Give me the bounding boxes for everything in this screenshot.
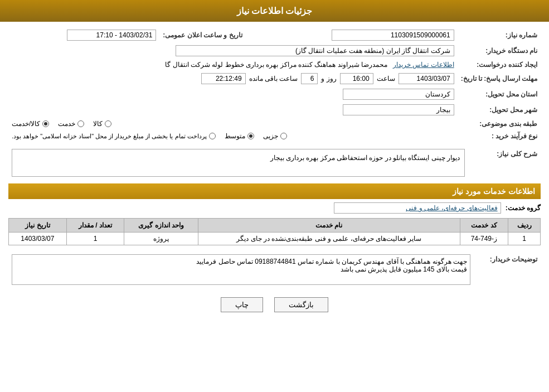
- group-value: فعالیت‌های حرفه‌ای، علمی و فنی: [334, 202, 501, 214]
- city-input: بیجار: [343, 104, 454, 115]
- info-table: شماره نیاز: 1103091509000061 تاریخ و ساع…: [8, 27, 541, 142]
- org-name-value: شرکت انتقال گاز ایران (منطقه هفت عملیات …: [8, 43, 458, 59]
- category-radio-kala-khedmat: [42, 120, 49, 127]
- need-number-label: شماره نیاز:: [458, 27, 541, 43]
- category-option-khedmat[interactable]: خدمت: [58, 120, 84, 128]
- col-date: تاریخ نیاز: [9, 219, 67, 233]
- province-label: استان محل تحویل:: [458, 86, 541, 102]
- purchase-type-option-medium[interactable]: متوسط: [225, 132, 254, 140]
- province-value: کردستان: [8, 86, 458, 102]
- org-name-row: نام دستگاه خریدار: شرکت انتقال گاز ایران…: [8, 43, 541, 59]
- purchase-type-radio-group: پرداخت تمام یا بخشی از مبلغ خریدار از مح…: [12, 132, 454, 140]
- services-table-header: ردیف کد خدمت نام خدمت واحد اندازه گیری ت…: [9, 219, 541, 233]
- buyer-notes-cell: [8, 252, 474, 289]
- purchase-label-bond: پرداخت تمام یا بخشی از مبلغ خریدار از مح…: [12, 133, 207, 140]
- city-label: شهر محل تحویل:: [458, 102, 541, 118]
- buyer-notes-label: توضیحات خریدار:: [474, 252, 541, 289]
- category-radio-group: کالا/خدمت خدمت کالا: [12, 120, 454, 128]
- need-description-text: دیوار چینی ایستگاه بیانلو در حوزه استحفا…: [270, 154, 460, 162]
- category-label: طبقه بندی موضوعی:: [458, 118, 541, 130]
- services-header-row: ردیف کد خدمت نام خدمت واحد اندازه گیری ت…: [9, 219, 541, 233]
- category-radio-kala: [105, 120, 111, 127]
- reply-days-display: 6: [301, 73, 318, 84]
- creator-value: اطلاعات تماس خریدار محمدرضا شیراوند هماه…: [8, 59, 458, 71]
- public-date-label: تاریخ و ساعت اعلان عمومی:: [159, 27, 253, 43]
- purchase-type-row: نوع فرآیند خرید : پرداخت تمام یا بخشی از…: [8, 130, 541, 142]
- category-label-khedmat: خدمت: [58, 120, 75, 128]
- page-title: جزئیات اطلاعات نیاز: [237, 6, 313, 16]
- creator-row: ایجاد کننده درخواست: اطلاعات تماس خریدار…: [8, 59, 541, 71]
- content-area: شماره نیاز: 1103091509000061 تاریخ و ساع…: [0, 22, 549, 326]
- category-label-kala: کالا: [93, 120, 103, 128]
- buyer-notes-table: توضیحات خریدار:: [8, 252, 541, 289]
- table-row: 1ز-749-74سایر فعالیت‌های حرفه‌ای، علمی و…: [9, 233, 541, 245]
- services-section-header: اطلاعات خدمات مورد نیاز: [8, 183, 541, 199]
- page-header: جزئیات اطلاعات نیاز: [0, 0, 549, 22]
- category-radio-khedmat: [77, 120, 84, 127]
- province-row: استان محل تحویل: کردستان: [8, 86, 541, 102]
- bottom-buttons: بازگشت چاپ: [8, 297, 541, 312]
- reply-remaining-label: ساعت باقی مانده: [249, 75, 298, 83]
- purchase-radio-medium: [247, 133, 254, 139]
- public-date-input: 1403/02/31 - 17:10: [67, 30, 156, 41]
- need-number-row: شماره نیاز: 1103091509000061 تاریخ و ساع…: [8, 27, 541, 43]
- reply-deadline-row: مهلت ارسال پاسخ: تا تاریخ: 22:12:49 ساعت…: [8, 71, 541, 86]
- need-description-label: شرح کلی نیاز:: [468, 147, 541, 179]
- col-rownum: ردیف: [508, 219, 541, 233]
- creator-label: ایجاد کننده درخواست:: [458, 59, 541, 71]
- category-option-kala[interactable]: کالا: [93, 120, 111, 128]
- need-description-row: شرح کلی نیاز: دیوار چینی ایستگاه بیانلو …: [8, 147, 541, 179]
- print-button[interactable]: چاپ: [221, 297, 263, 312]
- col-qty: تعداد / مقدار: [66, 219, 124, 233]
- reply-deadline-value: 22:12:49 ساعت باقی مانده 6 روز و 16:00 س…: [8, 71, 458, 86]
- need-number-input: 1103091509000061: [332, 30, 454, 41]
- org-name-label: نام دستگاه خریدار:: [458, 43, 541, 59]
- reply-deadline-label: مهلت ارسال پاسخ: تا تاریخ:: [458, 71, 541, 86]
- reply-days-label: روز و: [321, 75, 336, 83]
- col-code: کد خدمت: [460, 219, 508, 233]
- reply-time-label: ساعت: [377, 75, 395, 83]
- services-table-body: 1ز-749-74سایر فعالیت‌های حرفه‌ای، علمی و…: [9, 233, 541, 245]
- back-button[interactable]: بازگشت: [274, 297, 328, 312]
- category-options: کالا/خدمت خدمت کالا: [8, 118, 458, 130]
- purchase-type-option-bond[interactable]: پرداخت تمام یا بخشی از مبلغ خریدار از مح…: [12, 133, 216, 140]
- purchase-type-label: نوع فرآیند خرید :: [458, 130, 541, 142]
- purchase-type-option-small[interactable]: جزیی: [263, 132, 287, 140]
- group-service-area: گروه خدمت: فعالیت‌های حرفه‌ای، علمی و فن…: [8, 202, 541, 214]
- group-label: گروه خدمت:: [506, 204, 541, 212]
- public-date-value: 1403/02/31 - 17:10: [8, 27, 159, 43]
- purchase-label-small: جزیی: [263, 132, 278, 140]
- purchase-label-medium: متوسط: [225, 132, 245, 140]
- org-name-input: شرکت انتقال گاز ایران (منطقه هفت عملیات …: [176, 45, 454, 56]
- reply-remaining-display: 22:12:49: [201, 73, 246, 84]
- reply-date-display: 1403/03/07: [399, 73, 454, 84]
- buyer-notes-row: توضیحات خریدار:: [8, 252, 541, 289]
- need-description-table: شرح کلی نیاز: دیوار چینی ایستگاه بیانلو …: [8, 147, 541, 179]
- creator-text: محمدرضا شیراوند هماهنگ کننده مراکز بهره …: [165, 61, 387, 69]
- page-wrapper: جزئیات اطلاعات نیاز شماره نیاز: 11030915…: [0, 0, 549, 392]
- purchase-radio-bond: [209, 133, 216, 139]
- buyer-notes-textarea[interactable]: [12, 254, 470, 285]
- need-description-box: دیوار چینی ایستگاه بیانلو در حوزه استحفا…: [12, 149, 465, 177]
- province-input: کردستان: [343, 89, 454, 100]
- category-label-kala-khedmat: کالا/خدمت: [12, 120, 40, 128]
- city-row: شهر محل تحویل: بیجار: [8, 102, 541, 118]
- need-number-value: 1103091509000061: [254, 27, 458, 43]
- need-description-cell: دیوار چینی ایستگاه بیانلو در حوزه استحفا…: [8, 147, 468, 179]
- category-row: طبقه بندی موضوعی: کالا/خدمت خدمت: [8, 118, 541, 130]
- category-option-kala-khedmat[interactable]: کالا/خدمت: [12, 120, 49, 128]
- services-table: ردیف کد خدمت نام خدمت واحد اندازه گیری ت…: [8, 218, 541, 245]
- col-name: نام خدمت: [198, 219, 460, 233]
- purchase-type-options: پرداخت تمام یا بخشی از مبلغ خریدار از مح…: [8, 130, 458, 142]
- purchase-radio-small: [280, 133, 287, 139]
- city-value: بیجار: [8, 102, 458, 118]
- creator-link[interactable]: اطلاعات تماس خریدار: [393, 61, 454, 69]
- reply-time-display: 16:00: [340, 73, 373, 84]
- col-unit: واحد اندازه گیری: [124, 219, 198, 233]
